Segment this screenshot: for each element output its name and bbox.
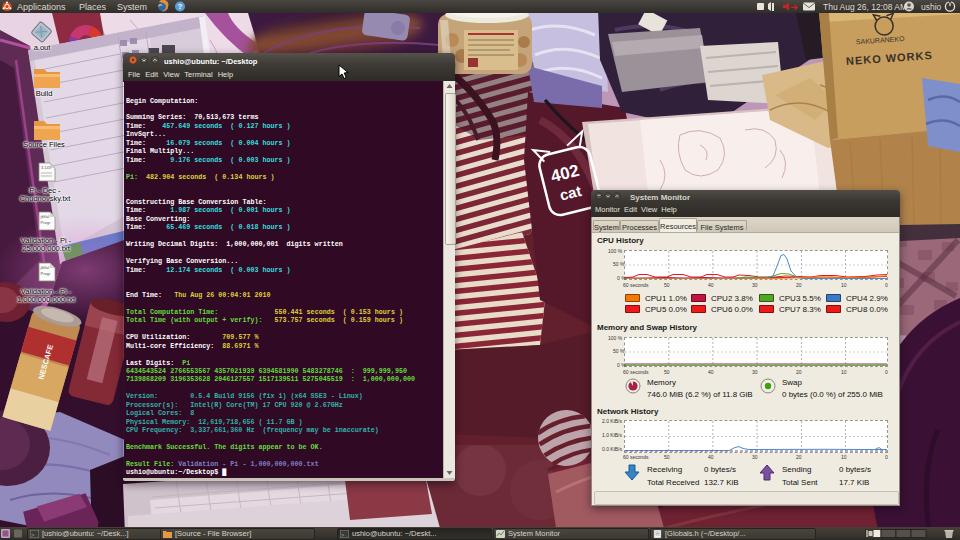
svg-text:Progr: Progr	[41, 220, 51, 225]
svg-text:jbVal: jbVal	[40, 214, 50, 219]
svg-text:>: >	[341, 532, 345, 538]
svg-text:jbVal: jbVal	[40, 265, 50, 270]
svg-text:3.141: 3.141	[41, 165, 52, 170]
svg-text:Progr: Progr	[41, 271, 51, 276]
svg-text:>: >	[31, 532, 35, 538]
svg-text:?: ?	[178, 2, 183, 11]
